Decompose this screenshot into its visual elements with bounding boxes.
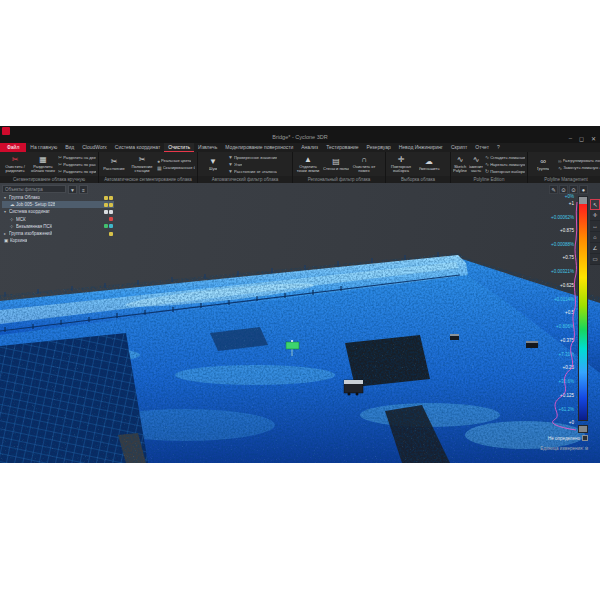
tab-coordinate-system[interactable]: Система координат [111, 143, 164, 152]
clean-clutter-button[interactable]: ∩ Очистить от помех [351, 155, 377, 174]
sphere-view-icon[interactable]: ● [579, 185, 588, 194]
tab-extract[interactable]: Извлечь [194, 143, 221, 152]
title-bar[interactable]: Bridge* - Cyclone 3DR – ◻ ✕ [0, 126, 600, 143]
tab-cloudworx[interactable]: CloudWorx [78, 143, 111, 152]
explode-distance-button[interactable]: ✂ Расстояние [101, 157, 127, 172]
tab-tank[interactable]: Резервуар [363, 143, 395, 152]
camera-icon[interactable]: ⊙ [559, 185, 568, 194]
scale-label: +0 [569, 420, 574, 425]
app-window: Bridge* - Cyclone 3DR – ◻ ✕ Файл На глав… [0, 126, 600, 463]
group-auto-segmentation: ✂ Расстояние ✂ Положение станции ● Реаль… [99, 152, 198, 183]
scissors-icon: ✂ [139, 155, 146, 165]
distance-reference-button[interactable]: ▼ Расстояние от эталона [228, 168, 277, 174]
tab-nevod-engineering[interactable]: Невод Инжиниринг [395, 143, 447, 152]
visibility-icon[interactable] [109, 232, 113, 236]
scale-label: +0.25 [563, 365, 574, 370]
group-label: Автоматическое сегментирование облака [99, 176, 197, 183]
visibility-icon[interactable] [104, 203, 108, 207]
replace-part-button[interactable]: ∿ Заменить часть [469, 155, 483, 174]
split-by-distance-button[interactable]: ✂ Разделить по расстоянию [58, 161, 96, 167]
tree-item-cloud-group[interactable]: ▾ Группа Облако [2, 194, 114, 201]
split-by-orientation-button[interactable]: ✂ Разделить по ориентации [58, 168, 96, 174]
tree-filter-input[interactable] [2, 185, 66, 193]
tree-item-unnamed-ucs[interactable]: ⊹ Безымянная ПСК [2, 223, 114, 230]
cs-flag-icon[interactable] [109, 217, 113, 221]
add-icon[interactable] [104, 210, 108, 214]
resample-button[interactable]: ✛ Повторная выборка [388, 155, 414, 174]
color-scale-bar[interactable] [578, 196, 588, 421]
undefined-label: Не определено [548, 436, 580, 441]
distant-object-2 [526, 341, 538, 348]
pan-move-icon[interactable]: ✛ [590, 210, 600, 221]
reduce-button[interactable]: ☁ Уменьшить [416, 157, 442, 172]
split-two-sides-button[interactable]: ✂ Разделить на две стороны [58, 154, 96, 160]
viewport-side-toolbar: ↖ ✛ ↔ ⌂ ∠ ▭ [590, 199, 600, 265]
filter-icon[interactable]: ▼ [68, 185, 77, 194]
scan-blocks-button[interactable]: ▦ Сканированные блоки [157, 165, 195, 171]
tab-report[interactable]: Отчет [471, 143, 493, 152]
edit-scale-icon[interactable]: ✎ [549, 185, 558, 194]
tab-clean[interactable]: Очистить [164, 143, 194, 152]
tab-surface-modeling[interactable]: Моделирование поверхности [221, 143, 297, 152]
add-icon[interactable] [109, 210, 113, 214]
tab-script[interactable]: Скрипт [447, 143, 471, 152]
tree-item-scan-job[interactable]: ☁ Job 005- Setup 028 [2, 201, 114, 208]
render-icon[interactable] [109, 203, 113, 207]
angle-measure-icon[interactable]: ∠ [590, 243, 600, 254]
cs-active-icon[interactable] [104, 224, 108, 228]
resample-icon: ↻ [485, 168, 489, 174]
tab-file[interactable]: Файл [0, 143, 26, 152]
undefined-checkbox[interactable] [582, 435, 588, 441]
ribbon-tab-bar: Файл На главную Вид CloudWorx Система ко… [0, 143, 600, 152]
polyline-icon: ∿ [485, 161, 489, 167]
tab-help[interactable]: ? [493, 143, 504, 152]
list-menu-icon[interactable]: ≡ [79, 185, 88, 194]
home-view-icon[interactable]: ⌂ [590, 232, 600, 243]
resample-polyline-button[interactable]: ↻ Повторная выборка ломаной линии [485, 168, 525, 174]
minimize-button[interactable]: – [569, 135, 572, 142]
tab-inspection[interactable]: Тестирование [322, 143, 362, 152]
tab-analysis[interactable]: Анализ [297, 143, 322, 152]
smooth-polylines-button[interactable]: ∿ Сгладить ломаные линии [485, 154, 525, 160]
visibility-icon[interactable] [104, 196, 108, 200]
group-polylines-button[interactable]: ∞ Группа [530, 157, 556, 172]
ground-points-button[interactable]: ▲ Отделить точки земли [295, 155, 321, 174]
select-cursor-icon[interactable]: ↖ [590, 199, 600, 210]
viewport-3d[interactable]: ▼ ≡ ▾ Группа Облако ☁ Job 005- Setup 028… [0, 183, 600, 463]
scale-gradient [579, 204, 587, 420]
clean-divide-button[interactable]: ✂ Очистить / разделить [2, 155, 28, 174]
close-polyline-button[interactable]: ∿ Замкнуть ломаную линию [558, 165, 600, 171]
polyline-icon: ∿ [558, 165, 562, 171]
tab-view[interactable]: Вид [61, 143, 78, 152]
angle-filter-button[interactable]: ▼ Угол [228, 161, 277, 167]
cut-polyline-button[interactable]: ∿ Нарезать ломаную линию [485, 161, 525, 167]
box-select-icon[interactable]: ▭ [590, 254, 600, 265]
screenshot-canvas: Bridge* - Cyclone 3DR – ◻ ✕ Файл На глав… [0, 0, 600, 600]
measured-value-button[interactable]: ▼ Проверенное значение [228, 154, 277, 160]
measure-distance-icon[interactable]: ↔ [590, 221, 600, 232]
station-position-button[interactable]: ✂ Положение станции [129, 155, 155, 174]
scale-label: +0.625 [560, 283, 574, 288]
arrows-icon: ✛ [398, 155, 405, 165]
render-icon[interactable] [109, 196, 113, 200]
maximize-button[interactable]: ◻ [579, 135, 584, 142]
real-colors-button[interactable]: ● Реальные цвета [157, 158, 195, 164]
scale-undefined-swatch [578, 425, 588, 433]
scale-label: +0.875 [560, 228, 574, 233]
close-button[interactable]: ✕ [591, 135, 596, 142]
sketch-polyline-button[interactable]: ∿ Sketch Polyline [453, 155, 467, 174]
camera2-icon[interactable]: ⊙ [569, 185, 578, 194]
ungroup-polylines-button[interactable]: ∞ Разгруппировать ломаные линии [558, 158, 600, 164]
tree-item-msk[interactable]: ⊹ МСК [2, 216, 114, 223]
cs-flag-icon[interactable] [109, 224, 113, 228]
divide-cloud-button[interactable]: ▦ Разделить облако точек [30, 155, 56, 174]
tree-item-recycle-bin[interactable]: ▣ Корзина [2, 237, 114, 244]
group-manual-segmentation: ✂ Очистить / разделить ▦ Разделить облак… [0, 152, 99, 183]
tab-home[interactable]: На главную [26, 143, 61, 152]
noise-filter-button[interactable]: ▼ Шум [200, 157, 226, 172]
funnel-icon: ▼ [209, 157, 217, 167]
walls-floors-button[interactable]: ▤ Стены и полы [323, 157, 349, 172]
tree-item-image-group[interactable]: ▸ Группа изображений [2, 230, 114, 237]
ribbon: ✂ Очистить / разделить ▦ Разделить облак… [0, 152, 600, 183]
tree-item-coordinate-systems[interactable]: ▾ Система координат [2, 208, 114, 215]
